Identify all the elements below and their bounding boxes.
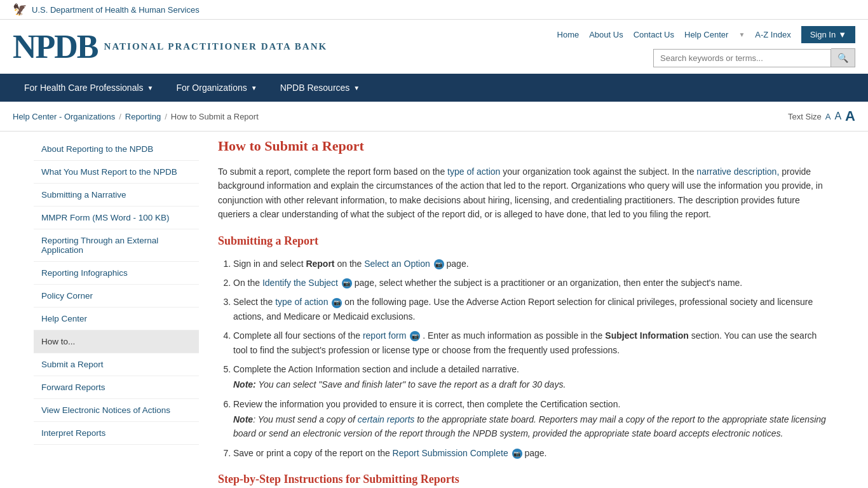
report-form-link[interactable]: report form — [363, 330, 406, 341]
content-wrapper: About Reporting to the NPDB What You Mus… — [21, 132, 847, 488]
sidebar-item-submitting-narrative[interactable]: Submitting a Narrative — [34, 184, 199, 207]
sidebar-item-infographics[interactable]: Reporting Infographics — [34, 262, 199, 285]
camera-icon-4: 📷 — [410, 331, 420, 341]
step-6: Review the information you provided to e… — [233, 397, 828, 441]
nav-about-us[interactable]: About Us — [589, 30, 623, 39]
step-7: Save or print a copy of the report on th… — [233, 446, 828, 460]
nav-organizations[interactable]: For Organizations ▼ — [165, 74, 268, 102]
signin-dropdown-arrow: ▼ — [838, 30, 846, 39]
text-size-controls: Text Size A A A — [788, 108, 855, 125]
nav-health-professionals[interactable]: For Health Care Professionals ▼ — [13, 74, 165, 102]
report-submission-complete-link[interactable]: Report Submission Complete — [393, 448, 508, 458]
nav-health-professionals-arrow: ▼ — [147, 85, 154, 92]
sidebar-item-what-you-must[interactable]: What You Must Report to the NPDB — [34, 161, 199, 184]
breadcrumb-reporting[interactable]: Reporting — [125, 112, 161, 121]
text-size-medium[interactable]: A — [834, 111, 841, 122]
breadcrumb-bar: Help Center - Organizations / Reporting … — [0, 102, 868, 132]
step-1: Sign in and select Report on the Select … — [233, 257, 828, 271]
step-5: Complete the Action Information section … — [233, 362, 828, 392]
logo-area: NPDB National Practitioner Data Bank — [13, 28, 327, 65]
search-input[interactable] — [653, 49, 831, 67]
sidebar-item-view-notices[interactable]: View Electronic Notices of Actions — [34, 399, 199, 422]
narrative-description-link[interactable]: narrative description, — [696, 166, 779, 177]
signin-button[interactable]: Sign In ▼ — [801, 26, 855, 43]
gov-bar: 🦅 U.S. Department of Health & Human Serv… — [0, 0, 868, 20]
type-of-action-link-2[interactable]: type of action — [275, 297, 328, 307]
breadcrumb-current: How to Submit a Report — [171, 112, 259, 121]
nav-az-index[interactable]: A-Z Index — [755, 30, 790, 39]
page-title: How to Submit a Report — [218, 138, 828, 154]
nav-help-center[interactable]: Help Center — [684, 30, 728, 39]
search-button[interactable]: 🔍 — [831, 48, 855, 67]
nav-resources[interactable]: NPDB Resources ▼ — [269, 74, 372, 102]
submitting-section-title: Submitting a Report — [218, 234, 828, 248]
nav-contact-us[interactable]: Contact Us — [634, 30, 674, 39]
hhs-eagle-icon: 🦅 — [13, 3, 27, 17]
sidebar-item-external-app[interactable]: Reporting Through an External Applicatio… — [34, 229, 199, 262]
intro-paragraph: To submit a report, complete the report … — [218, 165, 828, 222]
breadcrumb-sep-1: / — [119, 112, 121, 121]
camera-icon-3: 📷 — [332, 298, 342, 308]
main-nav: For Health Care Professionals ▼ For Orga… — [0, 74, 868, 102]
step-6-note: Note: You must send a copy of certain re… — [233, 412, 828, 441]
breadcrumb: Help Center - Organizations / Reporting … — [13, 112, 259, 121]
top-nav: Home About Us Contact Us Help Center ▼ A… — [557, 26, 855, 43]
nav-resources-arrow: ▼ — [353, 85, 360, 92]
sidebar-item-mmpr-form[interactable]: MMPR Form (MS Word - 100 KB) — [34, 207, 199, 229]
text-size-large[interactable]: A — [845, 108, 855, 125]
step-5-note: Note: You can select "Save and finish la… — [233, 377, 828, 391]
text-size-small[interactable]: A — [825, 112, 831, 121]
nav-home[interactable]: Home — [557, 30, 580, 39]
step-2: On the Identify the Subject 📷 page, sele… — [233, 276, 828, 290]
step-by-step-title: Step-by-Step Instructions for Submitting… — [218, 473, 828, 486]
identify-subject-link[interactable]: Identify the Subject — [262, 278, 338, 288]
breadcrumb-help-center[interactable]: Help Center - Organizations — [13, 112, 115, 121]
camera-icon-7: 📷 — [512, 449, 522, 459]
text-size-label: Text Size — [788, 112, 822, 121]
header-right: Home About Us Contact Us Help Center ▼ A… — [557, 26, 855, 67]
sidebar-item-help-center[interactable]: Help Center — [34, 308, 199, 330]
type-of-action-link[interactable]: type of action — [447, 166, 500, 177]
step-3: Select the type of action 📷 on the follo… — [233, 295, 828, 323]
sidebar: About Reporting to the NPDB What You Mus… — [34, 138, 212, 488]
nav-organizations-arrow: ▼ — [251, 85, 257, 92]
logo-full-name: National Practitioner Data Bank — [104, 41, 328, 52]
sidebar-item-submit-report[interactable]: Submit a Report — [34, 353, 199, 376]
breadcrumb-sep-2: / — [165, 112, 167, 121]
camera-icon-1: 📷 — [434, 259, 444, 269]
main-content: How to Submit a Report To submit a repor… — [212, 138, 834, 488]
logo-npdb: NPDB — [13, 28, 98, 65]
steps-list: Sign in and select Report on the Select … — [218, 257, 828, 461]
sidebar-item-about-reporting[interactable]: About Reporting to the NPDB — [34, 138, 199, 161]
search-bar: 🔍 — [653, 48, 855, 67]
site-header: NPDB National Practitioner Data Bank Hom… — [0, 20, 868, 74]
sidebar-item-policy-corner[interactable]: Policy Corner — [34, 285, 199, 308]
camera-icon-2: 📷 — [342, 278, 352, 288]
hhs-link[interactable]: U.S. Department of Health & Human Servic… — [32, 5, 200, 15]
sidebar-item-forward-reports[interactable]: Forward Reports — [34, 376, 199, 399]
sidebar-item-how-to[interactable]: How to... — [34, 330, 199, 353]
certain-reports-link[interactable]: certain reports — [358, 414, 414, 424]
select-option-link[interactable]: Select an Option — [364, 259, 430, 269]
help-dropdown-arrow: ▼ — [738, 31, 745, 38]
step-4: Complete all four sections of the report… — [233, 329, 828, 357]
sidebar-item-interpret-reports[interactable]: Interpret Reports — [34, 422, 199, 445]
